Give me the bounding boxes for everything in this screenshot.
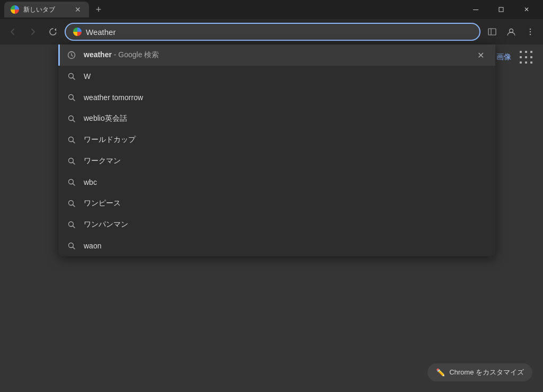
toolbar-right (484, 23, 539, 40)
customize-button[interactable]: ✏️ Chrome をカスタマイズ (428, 363, 532, 381)
customize-label: Chrome をカスタマイズ (449, 368, 524, 377)
back-button[interactable] (4, 23, 21, 40)
omnibox[interactable]: Weather (65, 23, 480, 41)
dropdown-item-5[interactable]: wbc (58, 172, 495, 193)
svg-line-22 (73, 162, 75, 164)
omnibox-container: Weather (65, 23, 480, 41)
active-tab[interactable]: 新しいタブ ✕ (4, 2, 89, 17)
dropdown-item-text-8: waon (84, 242, 487, 250)
profile-button[interactable] (503, 23, 520, 40)
svg-line-28 (73, 226, 75, 228)
search-icon-2 (67, 114, 76, 123)
autocomplete-dropdown: weather - Google 検索 ✕ W weather tomorrow… (58, 44, 495, 256)
tab-close-button[interactable]: ✕ (73, 5, 83, 14)
dropdown-item-1[interactable]: weather tomorrow (58, 87, 495, 108)
svg-line-26 (73, 204, 75, 207)
tab-area: 新しいタブ ✕ + (4, 0, 464, 19)
dropdown-item-text-1: weather tomorrow (84, 93, 487, 102)
svg-line-24 (73, 183, 75, 185)
dropdown-item-text-3: ワールドカップ (84, 135, 487, 145)
search-icon-5 (67, 177, 76, 187)
svg-point-5 (530, 29, 531, 30)
dropdown-item-history-text: weather - Google 検索 (84, 50, 467, 60)
google-icon (73, 28, 82, 36)
dropdown-item-text-5: wbc (84, 178, 487, 186)
page-toolbar: 画像 (496, 44, 535, 70)
dropdown-item-3[interactable]: ワールドカップ (58, 129, 495, 150)
dropdown-item-8[interactable]: waon (58, 235, 495, 256)
search-icon-0 (67, 72, 76, 81)
window-controls: ✕ (464, 0, 539, 19)
search-icon-3 (67, 135, 76, 145)
dropdown-item-history[interactable]: weather - Google 検索 ✕ (58, 44, 495, 66)
search-icon-1 (67, 93, 76, 102)
close-button[interactable]: ✕ (514, 0, 539, 19)
svg-rect-1 (499, 7, 503, 12)
svg-line-20 (73, 141, 75, 143)
svg-point-6 (530, 31, 531, 32)
reload-button[interactable] (44, 23, 61, 40)
toolbar: Weather (0, 19, 543, 44)
svg-point-7 (530, 34, 531, 35)
dropdown-item-text-6: ワンピース (84, 199, 487, 208)
tab-title: 新しいタブ (23, 5, 69, 14)
search-icon-7 (67, 220, 76, 229)
svg-line-30 (73, 247, 75, 249)
search-icon-8 (67, 241, 76, 251)
tab-favicon (11, 5, 19, 14)
menu-button[interactable] (522, 23, 539, 40)
omnibox-text: Weather (86, 28, 472, 37)
svg-rect-2 (488, 29, 496, 35)
dropdown-item-4[interactable]: ワークマン (58, 150, 495, 172)
dropdown-item-6[interactable]: ワンピース (58, 193, 495, 214)
search-icon-4 (67, 156, 76, 166)
dropdown-item-close[interactable]: ✕ (474, 49, 487, 61)
customize-icon: ✏️ (436, 368, 445, 377)
search-icon-6 (67, 199, 76, 208)
history-icon (67, 50, 76, 60)
sidebar-button[interactable] (484, 23, 501, 40)
minimize-button[interactable] (464, 0, 488, 19)
dropdown-item-7[interactable]: ワンパンマン (58, 214, 495, 235)
apps-button[interactable] (518, 49, 535, 66)
dropdown-item-text-0: W (84, 72, 487, 81)
images-link[interactable]: 画像 (496, 52, 511, 62)
new-tab-button[interactable]: + (91, 2, 106, 17)
dropdown-item-2[interactable]: weblio英会話 (58, 108, 495, 129)
restore-button[interactable] (489, 0, 513, 19)
forward-button[interactable] (24, 23, 41, 40)
titlebar: 新しいタブ ✕ + ✕ (0, 0, 543, 19)
dropdown-item-text-2: weblio英会話 (84, 114, 487, 123)
svg-rect-0 (473, 10, 478, 10)
svg-line-18 (73, 120, 75, 122)
dropdown-item-text-4: ワークマン (84, 156, 487, 166)
dropdown-item-0[interactable]: W (58, 66, 495, 87)
svg-line-14 (73, 77, 75, 79)
dropdown-item-text-7: ワンパンマン (84, 220, 487, 229)
svg-line-16 (73, 99, 75, 101)
